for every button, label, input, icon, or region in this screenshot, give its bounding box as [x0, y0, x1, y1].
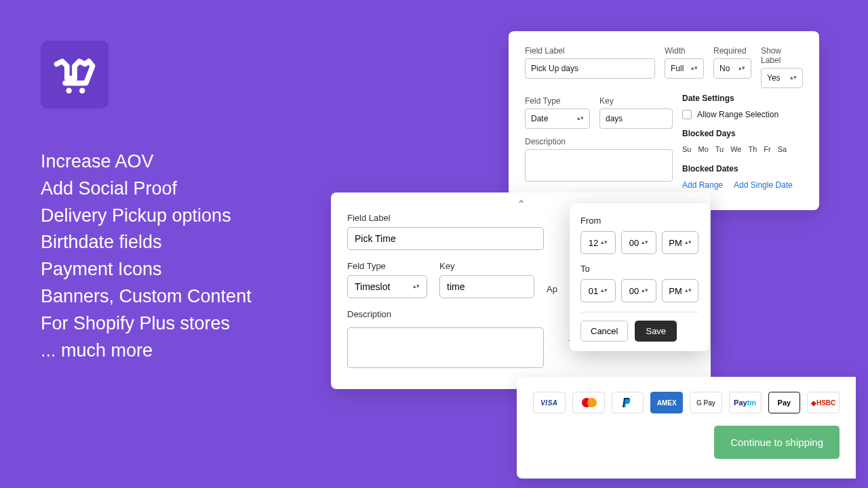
svg-point-1 — [79, 88, 85, 94]
day-toggle[interactable]: Mo — [698, 145, 708, 153]
date-field-config-card: Field Label Pick Up days Width Full▴▾ Re… — [509, 31, 819, 210]
field-label-title: Field Label — [525, 46, 655, 56]
add-single-date-link[interactable]: Add Single Date — [734, 180, 793, 190]
required-select[interactable]: No▴▾ — [713, 58, 751, 79]
from-hour-select[interactable]: 12▴▾ — [580, 231, 616, 254]
ap-label: Ap — [547, 284, 557, 294]
feature-item: Delivery Pickup options — [41, 203, 252, 229]
from-label: From — [580, 216, 698, 226]
description-title: Description — [525, 137, 673, 146]
collapse-chevron-icon[interactable]: ⌃ — [517, 198, 526, 211]
to-hour-select[interactable]: 01▴▾ — [580, 279, 616, 302]
allow-range-checkbox[interactable]: Allow Range Selection — [682, 110, 803, 119]
feature-item: Add Social Proof — [41, 176, 252, 202]
show-label-select[interactable]: Yes▴▾ — [761, 68, 803, 88]
blocked-dates-title: Blocked Dates — [682, 164, 803, 174]
feature-item: Payment Icons — [41, 257, 252, 283]
chevron-icon: ▴▾ — [685, 289, 692, 292]
description-textarea[interactable] — [525, 149, 673, 182]
required-title: Required — [713, 46, 751, 56]
mastercard-icon — [572, 392, 605, 413]
day-toggle[interactable]: We — [730, 145, 741, 153]
chevron-icon: ▴▾ — [413, 285, 420, 288]
feature-item: For Shopify Plus stores — [41, 311, 252, 337]
date-settings-title: Date Settings — [682, 94, 803, 103]
chevron-icon: ▴▾ — [601, 289, 608, 292]
add-range-link[interactable]: Add Range — [682, 180, 723, 190]
chevron-icon: ▴▾ — [601, 241, 608, 244]
description-textarea[interactable] — [347, 327, 544, 368]
time-range-popover: From 12▴▾ 00▴▾ PM▴▾ To 01▴▾ 00▴▾ PM▴▾ Ca… — [570, 203, 709, 351]
chevron-icon: ▴▾ — [685, 241, 692, 244]
key-title: Key — [439, 261, 534, 271]
field-type-select[interactable]: Date▴▾ — [525, 108, 590, 129]
key-title: Key — [599, 96, 673, 106]
chevron-icon: ▴▾ — [790, 76, 797, 79]
hsbc-icon: ◆HSBC — [807, 392, 840, 413]
chevron-icon: ▴▾ — [738, 66, 745, 70]
from-ampm-select[interactable]: PM▴▾ — [662, 231, 698, 254]
visa-icon: VISA — [533, 392, 566, 413]
key-input[interactable]: time — [439, 275, 534, 298]
field-type-title: Feld Type — [525, 96, 590, 106]
paytm-icon: Paytm — [729, 392, 762, 413]
checkbox-icon — [682, 110, 692, 119]
field-type-title: Feld Type — [347, 261, 427, 271]
checkout-card: VISA AMEX G Pay Paytm Pay ◆HSBC Continue… — [517, 377, 856, 479]
chevron-icon: ▴▾ — [577, 117, 584, 120]
field-label-input[interactable]: Pick Time — [347, 227, 544, 250]
gpay-icon: G Pay — [690, 392, 722, 413]
to-ampm-select[interactable]: PM▴▾ — [662, 279, 698, 302]
description-title: Description — [347, 309, 544, 319]
width-title: Width — [665, 46, 704, 56]
continue-to-shipping-button[interactable]: Continue to shipping — [714, 426, 840, 459]
day-toggle[interactable]: Su — [682, 145, 691, 153]
chevron-icon: ▴▾ — [691, 66, 698, 70]
cancel-button[interactable]: Cancel — [580, 321, 628, 342]
from-minute-select[interactable]: 00▴▾ — [621, 231, 656, 254]
payment-icons-row: VISA AMEX G Pay Paytm Pay ◆HSBC — [533, 392, 840, 413]
field-label-input[interactable]: Pick Up days — [525, 58, 655, 79]
save-button[interactable]: Save — [635, 321, 677, 342]
key-input[interactable]: days — [599, 108, 673, 129]
day-toggle[interactable]: Fr — [764, 145, 770, 153]
feature-item: Increase AOV — [41, 149, 252, 175]
amex-icon: AMEX — [650, 392, 683, 413]
day-toggle[interactable]: Tu — [715, 145, 724, 153]
paypal-icon — [612, 392, 644, 413]
divider — [580, 312, 698, 312]
applepay-icon: Pay — [768, 392, 801, 413]
chevron-icon: ▴▾ — [642, 289, 648, 292]
feature-item: Birthdate fields — [41, 230, 252, 256]
app-logo — [41, 41, 108, 108]
feature-item: Banners, Custom Content — [41, 284, 252, 310]
field-type-select[interactable]: Timeslot▴▾ — [347, 275, 427, 298]
feature-list: Increase AOV Add Social Proof Delivery P… — [41, 149, 252, 365]
width-select[interactable]: Full▴▾ — [665, 58, 704, 79]
chevron-icon: ▴▾ — [642, 241, 648, 244]
to-label: To — [580, 264, 698, 274]
day-toggle[interactable]: Th — [749, 145, 757, 153]
svg-point-3 — [587, 398, 597, 407]
day-toggle[interactable]: Sa — [778, 145, 787, 153]
svg-point-0 — [66, 88, 71, 94]
show-label-title: Show Label — [761, 46, 803, 65]
to-minute-select[interactable]: 00▴▾ — [621, 279, 656, 302]
feature-item: ... much more — [41, 338, 252, 364]
blocked-days-title: Blocked Days — [682, 129, 803, 138]
